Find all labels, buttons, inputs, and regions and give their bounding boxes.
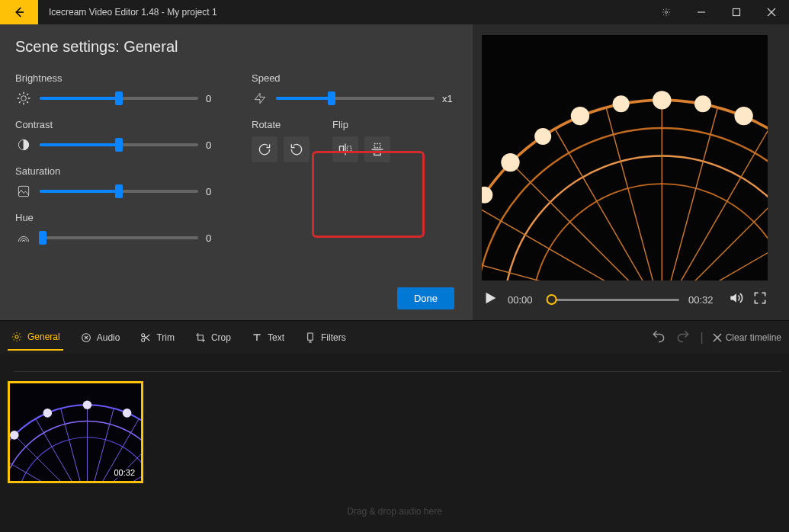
flip-horizontal-button[interactable] xyxy=(332,136,358,162)
tab-trim[interactable]: Trim xyxy=(136,325,178,350)
volume-button[interactable] xyxy=(728,290,743,309)
speed-slider[interactable] xyxy=(276,97,435,100)
saturation-icon xyxy=(15,183,32,200)
time-current: 00:00 xyxy=(508,294,538,306)
svg-point-33 xyxy=(734,107,752,125)
tab-crop[interactable]: Crop xyxy=(191,325,234,350)
rotate-label: Rotate xyxy=(252,119,310,130)
progress-bar[interactable] xyxy=(547,299,679,301)
contrast-icon xyxy=(15,136,32,153)
redo-button[interactable] xyxy=(675,328,691,347)
svg-point-43 xyxy=(613,95,630,112)
rotate-group: Rotate xyxy=(252,119,310,162)
svg-rect-13 xyxy=(374,152,380,155)
titlebar: Icecream Video Editor 1.48 - My project … xyxy=(0,0,789,24)
contrast-control: Contrast 0 xyxy=(15,119,221,153)
contrast-slider[interactable] xyxy=(40,143,198,146)
timeline[interactable]: 00:32 Drag & drop audio here xyxy=(0,354,789,532)
svg-point-36 xyxy=(571,107,589,125)
tab-text[interactable]: Text xyxy=(248,325,287,350)
app-title: Icecream Video Editor 1.48 - My project … xyxy=(49,7,217,18)
speed-control: Speed x1 xyxy=(252,72,457,107)
svg-rect-14 xyxy=(482,35,768,280)
timeline-clip[interactable]: 00:32 xyxy=(8,381,143,483)
svg-point-72 xyxy=(123,409,132,418)
rotate-ccw-button[interactable] xyxy=(284,136,310,162)
saturation-value: 0 xyxy=(206,186,221,197)
done-button[interactable]: Done xyxy=(397,287,454,309)
contrast-value: 0 xyxy=(206,139,221,151)
audio-drop-hint: Drag & drop audio here xyxy=(347,506,442,517)
hue-control: Hue 0 xyxy=(15,212,221,246)
tab-filters[interactable]: Filters xyxy=(301,325,349,350)
svg-point-37 xyxy=(501,153,519,171)
svg-point-39 xyxy=(694,95,711,112)
tab-bar: General Audio Trim Crop Text Filters | C… xyxy=(0,320,789,354)
settings-button[interactable] xyxy=(649,0,684,24)
speed-label: Speed xyxy=(252,72,457,84)
saturation-slider[interactable] xyxy=(40,190,198,193)
svg-rect-51 xyxy=(308,333,313,340)
panel-title: Scene settings: General xyxy=(15,38,457,56)
hue-value: 0 xyxy=(206,232,221,244)
svg-rect-54 xyxy=(10,383,141,481)
tab-general[interactable]: General xyxy=(8,325,63,351)
minimize-button[interactable] xyxy=(684,0,719,24)
time-total: 00:32 xyxy=(688,294,719,306)
flip-label: Flip xyxy=(332,119,390,130)
maximize-button[interactable] xyxy=(719,0,754,24)
preview-image xyxy=(482,35,768,280)
brightness-value: 0 xyxy=(206,93,221,104)
fullscreen-button[interactable] xyxy=(752,290,768,309)
clip-duration: 00:32 xyxy=(111,467,138,478)
timeline-ruler[interactable] xyxy=(14,361,781,372)
svg-point-44 xyxy=(534,128,551,145)
svg-rect-12 xyxy=(374,144,380,148)
hue-icon xyxy=(15,229,32,246)
svg-point-47 xyxy=(15,335,18,338)
close-button[interactable] xyxy=(754,0,789,24)
svg-rect-9 xyxy=(340,146,344,152)
contrast-label: Contrast xyxy=(15,119,221,130)
svg-rect-10 xyxy=(348,146,351,152)
tab-audio[interactable]: Audio xyxy=(77,325,123,350)
back-button[interactable] xyxy=(0,0,38,24)
brightness-control: Brightness 0 xyxy=(15,72,221,107)
saturation-label: Saturation xyxy=(15,165,221,177)
speed-icon xyxy=(252,90,268,107)
hue-label: Hue xyxy=(15,212,221,223)
brightness-icon xyxy=(15,90,32,107)
settings-panel: Scene settings: General Brightness 0 Con… xyxy=(0,24,473,320)
clear-timeline-button[interactable]: Clear timeline xyxy=(713,332,781,343)
hue-slider[interactable] xyxy=(40,236,198,239)
play-button[interactable] xyxy=(482,290,499,309)
svg-rect-2 xyxy=(733,9,740,16)
svg-point-0 xyxy=(666,11,668,14)
brightness-slider[interactable] xyxy=(40,97,198,100)
svg-point-76 xyxy=(10,431,19,440)
brightness-label: Brightness xyxy=(15,72,221,84)
saturation-control: Saturation 0 xyxy=(15,165,221,200)
speed-value: x1 xyxy=(442,93,457,104)
rotate-cw-button[interactable] xyxy=(252,136,277,162)
svg-point-71 xyxy=(83,400,92,409)
preview-panel: 00:00 00:32 xyxy=(473,24,789,320)
svg-point-5 xyxy=(21,96,27,101)
undo-button[interactable] xyxy=(651,328,666,347)
svg-point-32 xyxy=(653,91,671,109)
flip-vertical-button[interactable] xyxy=(364,136,390,162)
flip-group: Flip xyxy=(332,119,390,162)
svg-point-75 xyxy=(43,409,52,418)
